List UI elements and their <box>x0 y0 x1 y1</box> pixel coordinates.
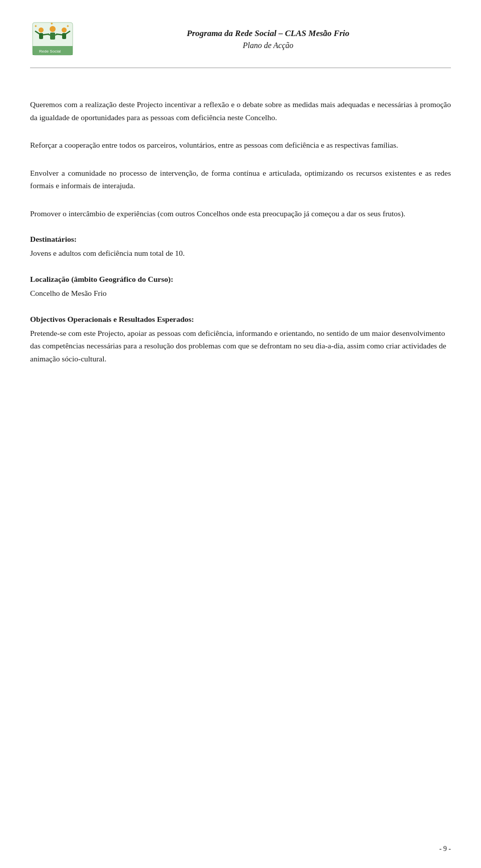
header-title: Programa da Rede Social – CLAS Mesão Fri… <box>85 28 451 40</box>
header-subtitle: Plano de Acção <box>85 41 451 50</box>
paragraph-comunidade: Envolver a comunidade no processo de int… <box>30 167 451 192</box>
section-objectivos: Objectivos Operacionais e Resultados Esp… <box>30 315 451 365</box>
svg-text:✦: ✦ <box>50 22 54 26</box>
destinatarios-body: Jovens e adultos com deficiência num tot… <box>30 247 451 260</box>
section-destinatarios: Destinatários: Jovens e adultos com defi… <box>30 235 451 260</box>
paragraph-intro: Queremos com a realização deste Projecto… <box>30 98 451 124</box>
main-content: Queremos com a realização deste Projecto… <box>30 98 451 365</box>
svg-text:Rede Social: Rede Social <box>39 49 61 54</box>
destinatarios-title: Destinatários: <box>30 235 451 244</box>
header: ✦ ✦ ✦ Rede Social Programa da Rede Socia… <box>30 20 451 63</box>
paragraph-intercambio: Promover o intercâmbio de experiências (… <box>30 207 451 220</box>
svg-text:✦: ✦ <box>66 24 70 29</box>
section-localizacao: Localização (âmbito Geográfico do Curso)… <box>30 275 451 300</box>
objectivos-body: Pretende-se com este Projecto, apoiar as… <box>30 327 451 365</box>
localizacao-title: Localização (âmbito Geográfico do Curso)… <box>30 275 451 284</box>
header-text-block: Programa da Rede Social – CLAS Mesão Fri… <box>85 28 451 51</box>
logo: ✦ ✦ ✦ Rede Social <box>30 20 75 58</box>
paragraph-cooperacao: Reforçar a cooperação entre todos os par… <box>30 139 451 152</box>
localizacao-body: Concelho de Mesão Frio <box>30 287 451 300</box>
page: ✦ ✦ ✦ Rede Social Programa da Rede Socia… <box>0 0 481 868</box>
svg-text:✦: ✦ <box>34 24 38 29</box>
svg-point-1 <box>39 28 44 33</box>
objectivos-title: Objectivos Operacionais e Resultados Esp… <box>30 315 451 324</box>
header-divider <box>30 68 451 68</box>
page-footer: - 9 - <box>439 845 451 853</box>
page-number: - 9 - <box>439 845 451 852</box>
svg-point-3 <box>50 26 56 32</box>
